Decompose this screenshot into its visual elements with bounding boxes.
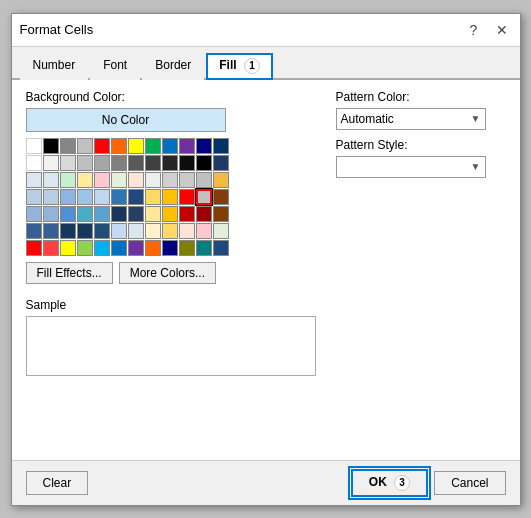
cancel-button[interactable]: Cancel bbox=[434, 471, 505, 495]
color-cell[interactable] bbox=[162, 206, 178, 222]
color-cell[interactable] bbox=[77, 223, 93, 239]
color-cell[interactable] bbox=[213, 138, 229, 154]
color-cell[interactable] bbox=[128, 172, 144, 188]
color-cell[interactable] bbox=[179, 189, 195, 205]
color-cell[interactable] bbox=[77, 189, 93, 205]
color-cell[interactable] bbox=[196, 240, 212, 256]
color-cell[interactable] bbox=[213, 206, 229, 222]
color-cell[interactable] bbox=[94, 223, 110, 239]
ok-button[interactable]: OK 3 bbox=[351, 469, 428, 497]
color-cell[interactable] bbox=[94, 240, 110, 256]
color-cell[interactable] bbox=[111, 223, 127, 239]
color-cell[interactable] bbox=[145, 172, 161, 188]
color-cell[interactable] bbox=[43, 240, 59, 256]
two-column-layout: Background Color: No Color bbox=[26, 90, 506, 376]
color-cell[interactable] bbox=[128, 155, 144, 171]
pattern-style-label: Pattern Style: bbox=[336, 138, 506, 152]
color-cell[interactable] bbox=[94, 138, 110, 154]
color-cell[interactable] bbox=[77, 206, 93, 222]
pattern-color-dropdown[interactable]: Automatic ▼ bbox=[336, 108, 486, 130]
color-cell[interactable] bbox=[94, 172, 110, 188]
color-cell[interactable] bbox=[26, 223, 42, 239]
color-cell[interactable] bbox=[111, 138, 127, 154]
color-cell[interactable] bbox=[111, 206, 127, 222]
color-cell[interactable] bbox=[196, 223, 212, 239]
color-cell[interactable] bbox=[145, 189, 161, 205]
color-cell[interactable] bbox=[77, 172, 93, 188]
color-cell[interactable] bbox=[196, 172, 212, 188]
color-cell[interactable] bbox=[213, 189, 229, 205]
color-cell[interactable] bbox=[162, 240, 178, 256]
color-cell[interactable] bbox=[111, 189, 127, 205]
color-cell[interactable] bbox=[213, 155, 229, 171]
color-cell[interactable] bbox=[179, 206, 195, 222]
color-cell[interactable] bbox=[162, 223, 178, 239]
color-cell[interactable] bbox=[60, 189, 76, 205]
pattern-style-dropdown[interactable]: ▼ bbox=[336, 156, 486, 178]
color-cell[interactable] bbox=[179, 138, 195, 154]
color-cell[interactable] bbox=[162, 138, 178, 154]
color-cell[interactable] bbox=[94, 206, 110, 222]
color-cell-selected[interactable] bbox=[196, 189, 212, 205]
color-cell[interactable] bbox=[26, 240, 42, 256]
color-cell[interactable] bbox=[26, 206, 42, 222]
color-cell[interactable] bbox=[145, 240, 161, 256]
color-cell[interactable] bbox=[77, 138, 93, 154]
color-cell[interactable] bbox=[60, 155, 76, 171]
color-cell[interactable] bbox=[128, 223, 144, 239]
color-cell[interactable] bbox=[26, 138, 42, 154]
color-cell[interactable] bbox=[43, 172, 59, 188]
color-cell[interactable] bbox=[162, 172, 178, 188]
color-cell[interactable] bbox=[111, 240, 127, 256]
help-button[interactable]: ? bbox=[464, 20, 484, 40]
color-cell[interactable] bbox=[145, 138, 161, 154]
no-color-button[interactable]: No Color bbox=[26, 108, 226, 132]
color-cell[interactable] bbox=[60, 172, 76, 188]
color-cell[interactable] bbox=[77, 240, 93, 256]
color-cell[interactable] bbox=[128, 189, 144, 205]
tab-number[interactable]: Number bbox=[20, 53, 89, 80]
color-cell[interactable] bbox=[128, 138, 144, 154]
color-cell[interactable] bbox=[43, 155, 59, 171]
color-cell[interactable] bbox=[43, 189, 59, 205]
color-cell[interactable] bbox=[60, 223, 76, 239]
color-cell[interactable] bbox=[145, 206, 161, 222]
color-cell[interactable] bbox=[111, 155, 127, 171]
color-cell[interactable] bbox=[196, 206, 212, 222]
color-cell[interactable] bbox=[94, 189, 110, 205]
color-cell[interactable] bbox=[60, 240, 76, 256]
color-cell[interactable] bbox=[26, 189, 42, 205]
color-cell[interactable] bbox=[43, 223, 59, 239]
close-button[interactable]: ✕ bbox=[492, 20, 512, 40]
color-cell[interactable] bbox=[196, 155, 212, 171]
color-cell[interactable] bbox=[77, 155, 93, 171]
color-cell[interactable] bbox=[179, 240, 195, 256]
color-cell[interactable] bbox=[162, 155, 178, 171]
color-cell[interactable] bbox=[213, 172, 229, 188]
color-cell[interactable] bbox=[162, 189, 178, 205]
color-cell[interactable] bbox=[94, 155, 110, 171]
color-cell[interactable] bbox=[213, 223, 229, 239]
color-cell[interactable] bbox=[128, 206, 144, 222]
tab-border[interactable]: Border bbox=[142, 53, 204, 80]
color-cell[interactable] bbox=[179, 223, 195, 239]
tab-font[interactable]: Font bbox=[90, 53, 140, 80]
fill-effects-button[interactable]: Fill Effects... bbox=[26, 262, 113, 284]
color-cell[interactable] bbox=[213, 240, 229, 256]
color-cell[interactable] bbox=[43, 138, 59, 154]
color-cell[interactable] bbox=[145, 155, 161, 171]
tab-fill[interactable]: Fill 1 bbox=[206, 53, 273, 80]
color-cell[interactable] bbox=[43, 206, 59, 222]
color-cell[interactable] bbox=[179, 155, 195, 171]
color-cell[interactable] bbox=[111, 172, 127, 188]
color-cell[interactable] bbox=[26, 155, 42, 171]
clear-button[interactable]: Clear bbox=[26, 471, 89, 495]
color-cell[interactable] bbox=[145, 223, 161, 239]
color-cell[interactable] bbox=[128, 240, 144, 256]
more-colors-button[interactable]: More Colors... bbox=[119, 262, 216, 284]
color-cell[interactable] bbox=[60, 138, 76, 154]
color-cell[interactable] bbox=[196, 138, 212, 154]
color-cell[interactable] bbox=[26, 172, 42, 188]
color-cell[interactable] bbox=[60, 206, 76, 222]
color-cell[interactable] bbox=[179, 172, 195, 188]
